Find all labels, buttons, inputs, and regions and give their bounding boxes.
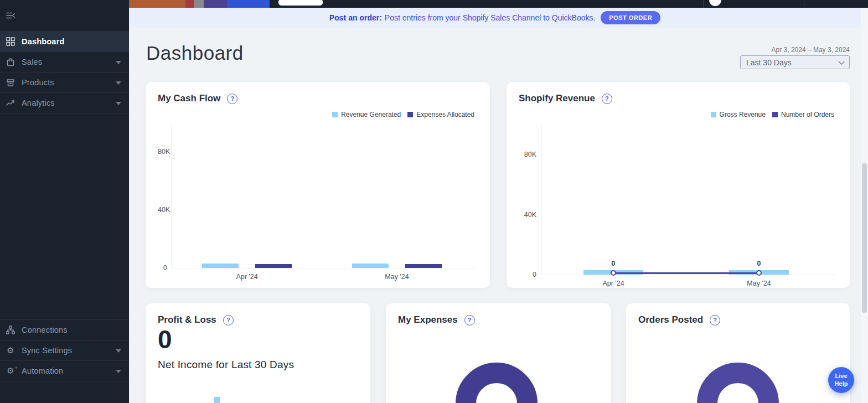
legend-swatch (407, 112, 413, 117)
line-point-label: 0 (602, 260, 624, 267)
chevron-down-icon (838, 58, 844, 64)
sidebar-item-label: Sync Settings (22, 346, 72, 355)
app-screen: Dashboard Sales Products Anal (0, 0, 868, 403)
sidebar-item-dashboard[interactable]: Dashboard (0, 32, 129, 52)
help-icon[interactable]: ? (464, 315, 475, 326)
banner-message: Post entries from your Shopify Sales Cha… (385, 13, 596, 22)
dashboard-grid-icon (6, 37, 16, 46)
legend-swatch (772, 112, 778, 117)
sidebar: Dashboard Sales Products Anal (0, 0, 129, 403)
help-icon[interactable]: ? (710, 315, 720, 326)
legend-label: Number of Orders (781, 111, 834, 118)
card-title: Profit & Loss (158, 314, 216, 326)
bar-primary (202, 264, 239, 268)
sidebar-item-label: Analytics (22, 99, 55, 107)
chevron-down-icon (116, 349, 121, 353)
strip-segment-red (185, 0, 194, 8)
browser-tab[interactable] (278, 0, 323, 6)
analytics-trend-icon (6, 98, 16, 108)
card-title: My Cash Flow (158, 93, 220, 104)
sidebar-item-label: Connections (22, 326, 68, 334)
line-point-marker (756, 270, 762, 276)
x-axis-label: May '24 (726, 280, 792, 287)
chart-legend: Gross Revenue Number of Orders (711, 111, 838, 118)
card-my-cash-flow: My Cash Flow ? Revenue Generated Expense… (146, 82, 490, 288)
legend-label: Expenses Allocated (416, 111, 474, 118)
automation-gear-icon: ⚙+ (6, 366, 16, 376)
expenses-donut-chart (456, 363, 538, 403)
sidebar-item-sync-settings[interactable]: ⚙ Sync Settings (0, 340, 129, 361)
help-icon[interactable]: ? (223, 315, 234, 326)
live-help-label: Live (835, 373, 847, 379)
strip-segment-orange (129, 0, 185, 8)
line-point-marker (611, 270, 616, 276)
collapse-menu-icon[interactable] (6, 11, 16, 20)
sidebar-item-products[interactable]: Products (0, 73, 129, 93)
browser-top-strip (129, 0, 868, 8)
sidebar-item-automation[interactable]: ⚙+ Automation (0, 361, 129, 381)
shopping-bag-icon (6, 57, 16, 67)
x-axis-line (172, 268, 476, 268)
bar-secondary (255, 264, 292, 268)
card-title: My Expenses (398, 314, 458, 326)
sidebar-item-analytics[interactable]: Analytics (0, 93, 129, 113)
line-segment (613, 272, 759, 274)
card-shopify-revenue: Shopify Revenue ? Gross Revenue Number o… (507, 82, 850, 288)
legend-swatch (711, 112, 716, 117)
live-help-button[interactable]: Live Help (828, 367, 854, 393)
card-title: Shopify Revenue (519, 93, 595, 104)
y-tick-label: 80K (158, 147, 167, 156)
help-icon[interactable]: ? (227, 94, 237, 104)
banner-intro: Post an order: (329, 13, 382, 22)
chevron-down-icon (116, 61, 121, 64)
y-tick-label: 0 (158, 264, 167, 272)
scrollbar-thumb[interactable] (862, 163, 867, 313)
strip-segment-gray (194, 0, 204, 8)
bar-secondary (405, 264, 442, 268)
connections-sitemap-icon (6, 325, 16, 335)
sidebar-item-label: Products (22, 78, 54, 87)
strip-segment-purple (204, 0, 227, 8)
profit-loss-mini-bar (214, 397, 220, 403)
period-selector[interactable]: Last 30 Days (740, 55, 850, 69)
product-box-icon (6, 78, 16, 87)
card-title: Orders Posted (638, 314, 703, 326)
x-axis-label: May '24 (364, 273, 430, 281)
strip-segment-blue (227, 0, 270, 8)
chevron-down-icon (116, 370, 121, 373)
chevron-down-icon (116, 102, 121, 105)
card-orders-posted: Orders Posted ? (626, 303, 850, 403)
legend-label: Revenue Generated (341, 111, 401, 118)
main-content: Dashboard Apr 3, 2024 – May 3, 2024 Last… (129, 28, 861, 403)
date-range-label: Apr 3, 2024 – May 3, 2024 (772, 46, 850, 54)
bar-primary (352, 264, 389, 268)
y-axis-line (541, 126, 541, 275)
strip-divider (804, 0, 804, 8)
card-profit-loss: Profit & Loss ? 0 Net Income for Last 30… (146, 303, 370, 403)
post-order-button[interactable]: POST ORDER (601, 11, 660, 24)
legend-swatch (332, 112, 338, 117)
y-tick-label: 0 (519, 270, 536, 279)
chevron-down-icon (116, 81, 121, 85)
scrollbar-track (861, 8, 868, 403)
avatar[interactable] (709, 0, 721, 6)
y-axis-line (172, 125, 172, 268)
card-my-expenses: My Expenses ? (386, 303, 611, 403)
chart-legend: Revenue Generated Expenses Allocated (332, 111, 478, 118)
sidebar-item-label: Automation (22, 366, 63, 375)
sidebar-nav-top: Dashboard Sales Products Anal (0, 32, 129, 113)
live-help-label: Help (835, 380, 848, 387)
post-order-banner: Post an order: Post entries from your Sh… (129, 8, 861, 28)
sidebar-item-label: Dashboard (22, 37, 65, 46)
cash-flow-chart: 040K80KApr '24May '24 (158, 122, 478, 286)
orders-donut-chart (697, 363, 779, 403)
help-icon[interactable]: ? (602, 94, 612, 104)
period-selector-value: Last 30 Days (746, 58, 839, 67)
sidebar-item-sales[interactable]: Sales (0, 52, 129, 73)
sidebar-item-connections[interactable]: Connections (0, 320, 129, 340)
gear-icon: ⚙ (6, 345, 16, 355)
y-tick-label: 40K (158, 205, 167, 214)
legend-label: Gross Revenue (720, 111, 766, 118)
shopify-revenue-chart: 040K80KApr '24May '2400 (519, 122, 838, 286)
y-tick-label: 80K (519, 150, 536, 159)
